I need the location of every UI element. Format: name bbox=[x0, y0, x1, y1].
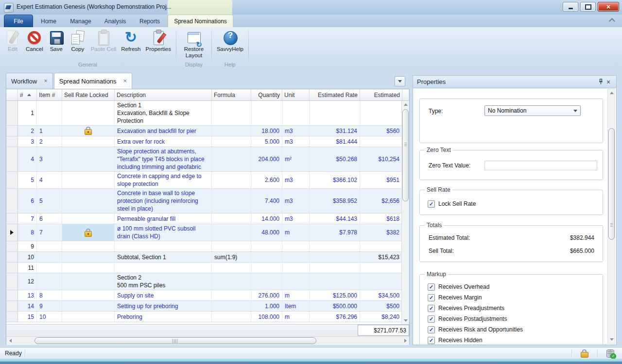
vertical-scroll-thumb[interactable] bbox=[402, 109, 409, 201]
cell-item-number[interactable]: 10 bbox=[37, 312, 62, 322]
cell-sell-rate-locked[interactable] bbox=[62, 290, 115, 301]
row-indicator[interactable] bbox=[6, 136, 18, 147]
tab-home[interactable]: Home bbox=[35, 16, 62, 27]
lock-status-icon[interactable] bbox=[581, 352, 588, 358]
row-indicator[interactable] bbox=[6, 263, 18, 273]
tab-analysis[interactable]: Analysis bbox=[99, 16, 131, 27]
row-indicator[interactable] bbox=[6, 172, 18, 189]
cell-quantity[interactable] bbox=[251, 101, 282, 126]
cell-estimated[interactable]: $382 bbox=[360, 224, 402, 241]
cell-formula[interactable] bbox=[212, 126, 251, 136]
row-indicator[interactable] bbox=[6, 101, 18, 126]
cell-quantity[interactable]: 5.000 bbox=[251, 136, 282, 147]
row-indicator[interactable] bbox=[6, 224, 18, 241]
cell-description[interactable] bbox=[115, 241, 212, 252]
scroll-left-button[interactable] bbox=[6, 337, 14, 344]
refresh-button[interactable]: ↻ Refresh bbox=[119, 28, 143, 52]
tab-reports[interactable]: Reports bbox=[134, 16, 165, 27]
scroll-down-button[interactable] bbox=[608, 336, 615, 343]
header-formula[interactable]: Formula bbox=[212, 89, 251, 101]
cell-quantity[interactable]: 7.400 bbox=[251, 189, 282, 214]
cell-unit[interactable]: m3 bbox=[282, 126, 310, 136]
cell-formula[interactable] bbox=[212, 290, 251, 301]
row-indicator[interactable] bbox=[6, 312, 18, 322]
cell-unit[interactable] bbox=[282, 241, 310, 252]
row-indicator[interactable] bbox=[6, 241, 18, 252]
cell-row-number[interactable]: 8 bbox=[18, 224, 37, 241]
cell-estimated-rate[interactable]: $366.102 bbox=[310, 172, 360, 189]
cell-item-number[interactable]: 2 bbox=[37, 136, 62, 147]
cell-estimated[interactable]: $2,656 bbox=[360, 189, 402, 214]
cell-row-number[interactable]: 12 bbox=[18, 273, 37, 290]
cell-description[interactable]: Excavation and backfill for pier bbox=[115, 126, 212, 136]
doc-tab-workflow[interactable]: Workflow × bbox=[6, 73, 53, 89]
cell-formula[interactable] bbox=[212, 263, 251, 273]
panel-vertical-scrollbar[interactable] bbox=[607, 89, 615, 344]
row-indicator[interactable] bbox=[6, 301, 18, 312]
cell-item-number[interactable]: 4 bbox=[37, 172, 62, 189]
cell-unit[interactable]: m bbox=[282, 224, 310, 241]
cell-estimated[interactable]: $500 bbox=[360, 301, 402, 312]
cell-item-number[interactable]: 1 bbox=[37, 126, 62, 136]
doc-tab-spread-nominations[interactable]: Spread Nominations × bbox=[54, 73, 132, 89]
header-description[interactable]: Description bbox=[115, 89, 212, 101]
header-estimated[interactable]: Estimated bbox=[360, 89, 402, 101]
markup-checkbox-row[interactable]: ✓Receives Risk and Opportunities bbox=[428, 324, 598, 335]
cell-row-number[interactable]: 6 bbox=[18, 189, 37, 214]
cell-item-number[interactable] bbox=[37, 101, 62, 126]
checkbox-checked-icon[interactable]: ✓ bbox=[428, 305, 435, 312]
cell-unit[interactable]: m bbox=[282, 312, 310, 322]
database-connection-icon[interactable]: ✓ bbox=[606, 349, 614, 358]
cell-description[interactable]: Permeable granular fill bbox=[115, 214, 212, 224]
cell-sell-rate-locked[interactable] bbox=[62, 126, 115, 136]
cell-unit[interactable]: m3 bbox=[282, 189, 310, 214]
cell-estimated-rate[interactable] bbox=[310, 101, 360, 126]
cell-quantity[interactable] bbox=[251, 241, 282, 252]
markup-checkbox-row[interactable]: ✓Receives Margin bbox=[428, 292, 598, 303]
cell-estimated-rate[interactable]: $358.952 bbox=[310, 189, 360, 214]
cell-quantity[interactable]: 204.000 bbox=[251, 147, 282, 172]
grid-vertical-scrollbar[interactable] bbox=[401, 101, 409, 324]
cell-estimated-rate[interactable]: $7.978 bbox=[310, 224, 360, 241]
cell-quantity[interactable]: 14.000 bbox=[251, 214, 282, 224]
cell-estimated-rate[interactable]: $125.000 bbox=[310, 290, 360, 301]
row-indicator[interactable] bbox=[6, 189, 18, 214]
cell-formula[interactable] bbox=[212, 301, 251, 312]
cell-sell-rate-locked[interactable] bbox=[62, 214, 115, 224]
cell-description[interactable]: ø 100 mm slotted PVC subsoil drain (Clas… bbox=[115, 224, 212, 241]
cell-quantity[interactable]: 108.000 bbox=[251, 312, 282, 322]
cell-estimated[interactable]: $15,423 bbox=[360, 252, 402, 263]
cell-formula[interactable] bbox=[212, 147, 251, 172]
cell-estimated[interactable]: $560 bbox=[360, 126, 402, 136]
markup-checkbox-row[interactable]: ✓Receives Hidden bbox=[428, 335, 598, 346]
scroll-right-button[interactable] bbox=[401, 337, 409, 344]
cell-estimated[interactable]: $34,500 bbox=[360, 290, 402, 301]
checkbox-checked-icon[interactable]: ✓ bbox=[428, 337, 435, 344]
scroll-up-button[interactable] bbox=[402, 101, 409, 108]
zero-text-value-input[interactable] bbox=[484, 161, 597, 170]
cell-sell-rate-locked[interactable] bbox=[62, 263, 115, 273]
cell-quantity[interactable] bbox=[251, 252, 282, 263]
cell-estimated[interactable]: $618 bbox=[360, 214, 402, 224]
close-button[interactable]: × bbox=[598, 2, 619, 12]
grid-horizontal-scrollbar[interactable] bbox=[6, 336, 409, 345]
cell-row-number[interactable]: 11 bbox=[18, 263, 37, 273]
cell-item-number[interactable]: 9 bbox=[37, 301, 62, 312]
cell-quantity[interactable]: 276.000 bbox=[251, 290, 282, 301]
cell-row-number[interactable]: 14 bbox=[18, 301, 37, 312]
cell-formula[interactable] bbox=[212, 273, 251, 290]
cell-item-number[interactable]: 3 bbox=[37, 147, 62, 172]
cell-estimated[interactable]: $951 bbox=[360, 172, 402, 189]
cell-row-number[interactable]: 1 bbox=[18, 101, 37, 126]
cell-description[interactable]: Extra over for rock bbox=[115, 136, 212, 147]
cell-description[interactable]: Preboring bbox=[115, 312, 212, 322]
cell-formula[interactable] bbox=[212, 224, 251, 241]
cell-sell-rate-locked[interactable] bbox=[62, 301, 115, 312]
checkbox-checked-icon[interactable]: ✓ bbox=[428, 294, 435, 301]
cell-estimated[interactable] bbox=[360, 136, 402, 147]
cell-sell-rate-locked[interactable] bbox=[62, 224, 115, 241]
cell-sell-rate-locked[interactable] bbox=[62, 172, 115, 189]
header-item-number[interactable]: Item # bbox=[37, 89, 62, 101]
cell-sell-rate-locked[interactable] bbox=[62, 147, 115, 172]
markup-checkbox-row[interactable]: ✓Receives Preadjustments bbox=[428, 303, 598, 314]
